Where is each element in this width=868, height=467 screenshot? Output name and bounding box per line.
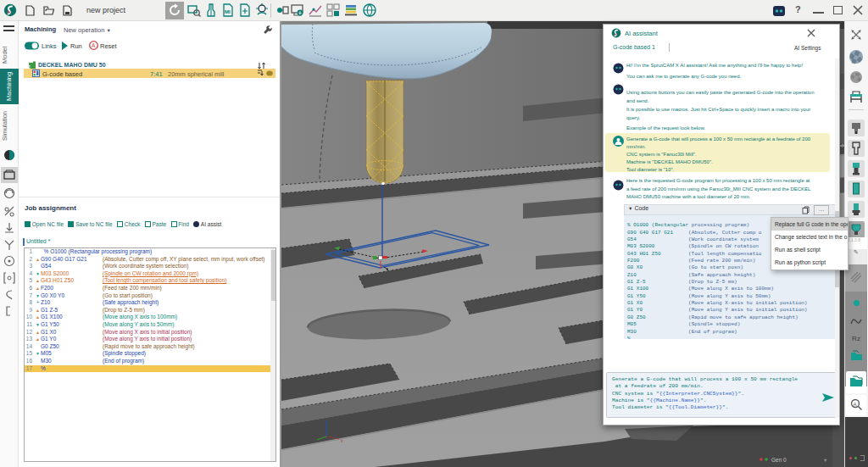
svg-text:MI: MI [225, 9, 231, 14]
svg-text:Gen 0: Gen 0 [771, 457, 787, 463]
svg-text:A: A [92, 42, 96, 48]
svg-text:A: A [853, 402, 856, 407]
